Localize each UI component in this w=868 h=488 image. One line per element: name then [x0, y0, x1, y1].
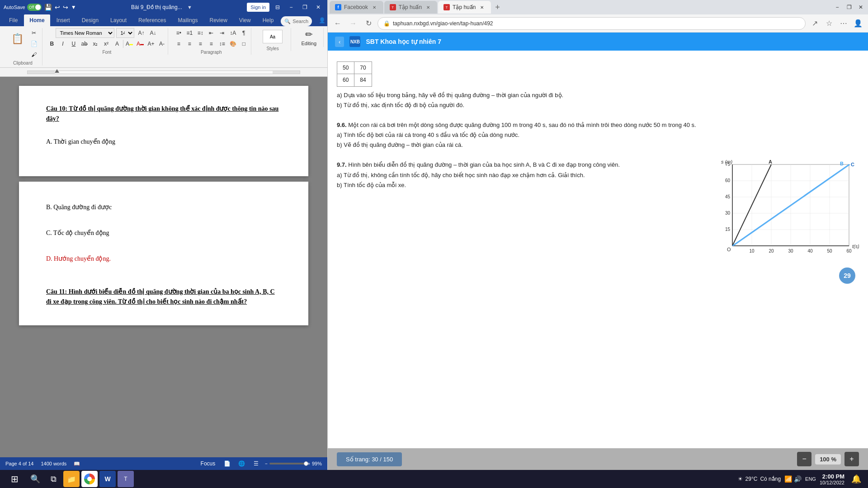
browser-close-btn[interactable]: ✕: [855, 3, 866, 12]
font-color-btn[interactable]: A▬: [135, 39, 145, 49]
search-taskbar-btn[interactable]: 🔍: [27, 471, 43, 487]
taskbar-word[interactable]: W: [99, 471, 116, 487]
tab-design[interactable]: Design: [76, 14, 104, 26]
numbering-btn[interactable]: ≡1: [184, 28, 194, 38]
tab-layout[interactable]: Layout: [105, 14, 132, 26]
tab-insert[interactable]: Insert: [51, 14, 75, 26]
clear-format-btn[interactable]: A: [112, 39, 122, 49]
customize-btn[interactable]: ▼: [71, 4, 76, 10]
tab-view[interactable]: View: [234, 14, 256, 26]
back-btn[interactable]: ←: [331, 17, 344, 30]
font-size-decrease[interactable]: A-: [157, 39, 167, 49]
browser-minimize-btn[interactable]: −: [832, 3, 843, 12]
autosave-toggle-area[interactable]: AutoSave Off: [4, 4, 42, 11]
undo-btn[interactable]: ↩: [55, 4, 60, 11]
reload-btn[interactable]: ↻: [362, 17, 375, 30]
line-spacing-btn[interactable]: ↕≡: [217, 39, 227, 49]
doc-page-1[interactable]: Câu 10: Từ đồ thị quãng đường thời gian …: [19, 86, 308, 176]
share-page-btn[interactable]: ↗: [808, 17, 821, 30]
justify-btn[interactable]: ≡: [206, 39, 216, 49]
tab-mailings[interactable]: Mailings: [172, 14, 203, 26]
subscript-btn[interactable]: x₂: [90, 39, 100, 49]
cut-btn[interactable]: ✂: [29, 28, 39, 38]
show-formatting-btn[interactable]: ¶: [239, 28, 249, 38]
grow-font-btn[interactable]: A↑: [136, 28, 146, 38]
notification-btn[interactable]: 🔔: [848, 471, 864, 487]
autosave-switch[interactable]: Off: [27, 4, 42, 11]
redo-btn[interactable]: ↪: [63, 4, 68, 11]
shrink-font-btn[interactable]: A↓: [148, 28, 158, 38]
align-right-btn[interactable]: ≡: [195, 39, 205, 49]
browser-restore-btn[interactable]: ❐: [844, 3, 854, 12]
borders-btn[interactable]: □: [239, 39, 249, 49]
tab-taphuan1-close[interactable]: ✕: [425, 4, 432, 11]
tab-references[interactable]: References: [133, 14, 171, 26]
tab-taphuan2-close[interactable]: ✕: [478, 4, 486, 11]
tab-taphuan-1[interactable]: T Tập huấn ✕: [384, 1, 437, 14]
ribbon-search[interactable]: 🔍 Search: [281, 16, 312, 26]
bold-btn[interactable]: B: [47, 39, 57, 49]
browser-settings-btn[interactable]: ⋯: [837, 17, 850, 30]
indent-increase-btn[interactable]: ⇥: [217, 28, 227, 38]
font-size-increase[interactable]: A+: [146, 39, 156, 49]
bullets-btn[interactable]: ≡•: [174, 28, 184, 38]
address-bar[interactable]: 🔒 taphuan.nxbgd.vn/giao-vien/tap-huan/49…: [377, 17, 806, 30]
shading-btn[interactable]: 🎨: [228, 39, 238, 49]
close-btn[interactable]: ✕: [313, 3, 324, 12]
tab-taphuan-2[interactable]: T Tập huấn ✕: [438, 1, 491, 14]
minimize-btn[interactable]: −: [286, 3, 297, 12]
signin-button[interactable]: Sign in: [247, 3, 269, 12]
document-body[interactable]: Câu 10: Từ đồ thị quãng đường thời gian …: [0, 77, 327, 457]
bookmark-btn[interactable]: ☆: [823, 17, 835, 30]
editing-btn[interactable]: ✏ Editing: [297, 28, 320, 47]
doc-page-2[interactable]: B. Quãng đường đi được C. Tốc độ chuyển …: [19, 182, 308, 325]
browser-content[interactable]: 50 70 60 84 a) Dựa vào số liệu trong bản…: [328, 51, 868, 448]
tab-file[interactable]: File: [4, 14, 23, 26]
tab-facebook[interactable]: f Facebook ✕: [330, 1, 383, 14]
multilevel-list-btn[interactable]: ≡↕: [195, 28, 205, 38]
font-size-selector[interactable]: 14: [116, 28, 134, 38]
print-layout-btn[interactable]: 📄: [222, 459, 232, 468]
outline-btn[interactable]: ☰: [250, 459, 261, 468]
volume-icon[interactable]: 🔊: [794, 475, 802, 483]
italic-btn[interactable]: I: [58, 39, 68, 49]
web-layout-btn[interactable]: 🌐: [236, 459, 247, 468]
focus-mode-btn[interactable]: Focus: [198, 459, 218, 468]
ribbon-view-btn[interactable]: ⊟: [272, 3, 283, 12]
new-tab-btn[interactable]: +: [492, 2, 503, 13]
forward-btn[interactable]: →: [347, 17, 359, 30]
restore-btn[interactable]: ❐: [299, 3, 310, 12]
tab-review[interactable]: Review: [204, 14, 232, 26]
page-num-btn[interactable]: 29: [839, 267, 855, 284]
save-icon[interactable]: 💾: [44, 4, 52, 11]
tab-home[interactable]: Home: [24, 14, 50, 26]
strikethrough-btn[interactable]: ab̶: [80, 39, 90, 49]
format-painter-btn[interactable]: 🖌: [29, 50, 39, 60]
superscript-btn[interactable]: x²: [101, 39, 111, 49]
styles-btn[interactable]: Aa: [261, 28, 284, 45]
taskbar-chrome[interactable]: [81, 471, 98, 487]
align-center-btn[interactable]: ≡: [184, 39, 194, 49]
font-name-selector[interactable]: Times New Roman: [56, 28, 114, 38]
clock[interactable]: 2:00 PM 10/12/2022: [820, 473, 844, 485]
tab-help[interactable]: Help: [257, 14, 279, 26]
highlight-btn[interactable]: A▬: [124, 39, 134, 49]
back-to-list-btn[interactable]: ‹: [335, 37, 344, 47]
sort-btn[interactable]: ↕A: [228, 28, 238, 38]
taskbar-teams[interactable]: T: [118, 471, 134, 487]
zoom-in-btn[interactable]: +: [844, 452, 859, 466]
network-icon[interactable]: 📶: [784, 475, 792, 483]
underline-btn[interactable]: U: [69, 39, 79, 49]
copy-btn[interactable]: 📄: [29, 39, 39, 49]
indent-decrease-btn[interactable]: ⇤: [206, 28, 216, 38]
paste-btn[interactable]: 📋: [6, 28, 28, 50]
share-btn[interactable]: 👤: [316, 16, 327, 25]
zoom-out-btn[interactable]: −: [797, 452, 811, 466]
lang-indicator[interactable]: ENG: [805, 476, 816, 482]
task-view-btn[interactable]: ⧉: [45, 471, 61, 487]
tab-facebook-close[interactable]: ✕: [371, 4, 378, 11]
start-button[interactable]: ⊞: [4, 470, 25, 488]
taskbar-explorer[interactable]: 📁: [63, 471, 80, 487]
align-left-btn[interactable]: ≡: [174, 39, 184, 49]
profile-btn[interactable]: 👤: [852, 17, 864, 30]
